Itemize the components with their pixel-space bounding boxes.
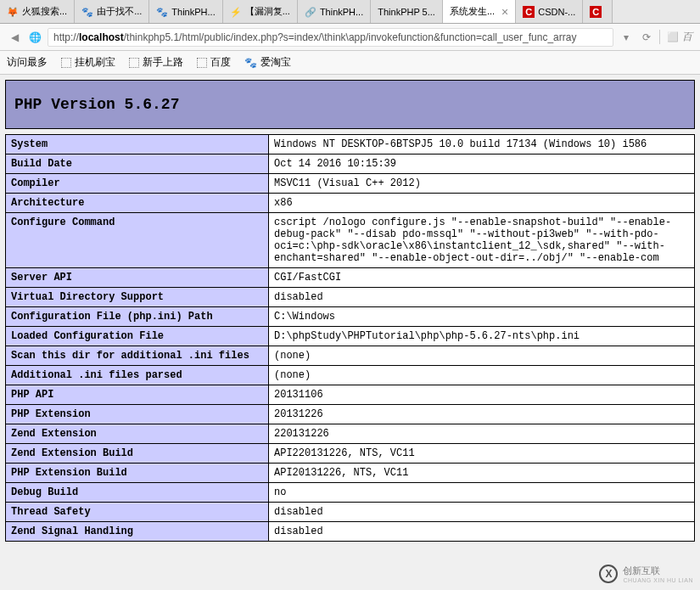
bookmark-icon [197,58,207,68]
table-row: Configuration File (php.ini) PathC:\Wind… [6,307,695,327]
search-engine-icon: ⬜ [667,31,679,42]
browser-tabs: 🦊火狐搜索...🐾由于找不...🐾ThinkPH...⚡【漏洞复...🔗Thin… [0,0,700,24]
info-value: 220131226 [269,424,695,444]
table-row: Loaded Configuration FileD:\phpStudy\PHP… [6,327,695,346]
info-value: 20131226 [269,405,695,424]
address-bar[interactable]: http://localhost/thinkphp5.1/html/public… [48,28,613,47]
info-value: (none) [269,346,695,366]
table-row: Build DateOct 14 2016 10:15:39 [6,155,695,174]
info-value: C:\Windows [269,307,695,327]
bookmark-item-0[interactable]: 访问最多 [7,55,48,70]
tab-favicon: 🐾 [156,6,168,18]
bookmark-label: 挂机刷宝 [75,55,115,70]
table-row: PHP API20131106 [6,385,695,405]
tab-favicon: 🔗 [305,6,316,18]
info-label: Loaded Configuration File [6,327,269,346]
php-version-title: PHP Version 5.6.27 [14,96,686,113]
bookmark-item-2[interactable]: 新手上路 [129,55,183,70]
csdn-icon: C [590,6,602,18]
browser-tab-6[interactable]: 系统发生...× [443,0,516,23]
info-label: PHP Extension [6,405,269,424]
info-value: 20131106 [269,385,695,405]
info-label: System [6,135,269,155]
tab-label: 【漏洞复... [245,5,290,18]
table-row: Virtual Directory Supportdisabled [6,288,695,307]
info-value: disabled [269,522,695,542]
globe-icon: 🌐 [27,30,42,45]
reload-button[interactable]: ⟳ [639,30,654,45]
table-row: Zend Extension BuildAPI220131226, NTS, V… [6,444,695,464]
close-icon[interactable]: × [501,5,508,19]
tab-label: 系统发生... [450,5,495,18]
bookmark-label: 百度 [210,55,231,70]
info-value: MSVC11 (Visual C++ 2012) [269,174,695,194]
dropdown-icon[interactable]: ▾ [619,30,634,45]
table-row: Additional .ini files parsed(none) [6,366,695,385]
info-label: Zend Signal Handling [6,522,269,542]
browser-tab-2[interactable]: 🐾ThinkPH... [149,0,222,23]
table-row: Debug Buildno [6,483,695,503]
search-placeholder: 百 [682,30,692,44]
info-value: cscript /nologo configure.js "--enable-s… [269,213,695,268]
bookmark-bar: 访问最多挂机刷宝新手上路百度🐾爱淘宝 [0,51,700,75]
tab-label: ThinkPH... [320,7,363,17]
table-row: Scan this dir for additional .ini files(… [6,346,695,366]
tab-label: 火狐搜索... [22,5,67,18]
tab-label: CSDN-... [538,7,575,17]
info-label: Architecture [6,194,269,213]
browser-tab-3[interactable]: ⚡【漏洞复... [223,0,298,23]
tab-label: 由于找不... [97,5,142,18]
browser-tab-1[interactable]: 🐾由于找不... [75,0,149,23]
table-row: Configure Commandcscript /nologo configu… [6,213,695,268]
url-path: /thinkphp5.1/html/public/index.php?s=ind… [124,31,577,43]
csdn-icon: C [523,6,535,18]
php-version-header: PHP Version 5.6.27 [5,80,695,129]
info-value: disabled [269,288,695,307]
info-label: Zend Extension [6,424,269,444]
table-row: Zend Extension220131226 [6,424,695,444]
url-bar: ◀ 🌐 http://localhost/thinkphp5.1/html/pu… [0,24,700,51]
tab-favicon: 🐾 [81,6,93,18]
info-label: Configuration File (php.ini) Path [6,307,269,327]
table-row: Architecturex86 [6,194,695,213]
back-button[interactable]: ◀ [7,30,22,45]
info-value: x86 [269,194,695,213]
info-label: Thread Safety [6,503,269,522]
bookmark-label: 新手上路 [143,55,183,70]
info-value: Oct 14 2016 10:15:39 [269,155,695,174]
info-label: PHP Extension Build [6,464,269,483]
browser-tab-8[interactable]: C [583,0,613,23]
url-prefix: http:// [53,31,79,43]
table-row: PHP Extension20131226 [6,405,695,424]
browser-tab-0[interactable]: 🦊火狐搜索... [0,0,75,23]
info-label: Virtual Directory Support [6,288,269,307]
table-row: Zend Signal Handlingdisabled [6,522,695,542]
browser-tab-5[interactable]: ThinkPHP 5... [371,0,443,23]
info-label: PHP API [6,385,269,405]
table-row: Server APICGI/FastCGI [6,268,695,288]
bookmark-label: 爱淘宝 [260,55,291,70]
page-content: PHP Version 5.6.27 SystemWindows NT DESK… [0,80,700,542]
info-value: API220131226, NTS, VC11 [269,444,695,464]
bookmark-icon [61,58,71,68]
info-value: (none) [269,366,695,385]
info-value: D:\phpStudy\PHPTutorial\php\php-5.6.27-n… [269,327,695,346]
url-host: localhost [79,31,124,43]
info-value: disabled [269,503,695,522]
info-value: CGI/FastCGI [269,268,695,288]
bookmark-item-4[interactable]: 🐾爱淘宝 [244,55,291,70]
bookmark-item-3[interactable]: 百度 [197,55,231,70]
info-label: Debug Build [6,483,269,503]
phpinfo-table: SystemWindows NT DESKTOP-6BTSPJ5 10.0 bu… [5,134,695,542]
tab-favicon: 🦊 [7,6,19,18]
browser-tab-7[interactable]: CCSDN-... [516,0,583,23]
info-value: API20131226, NTS, VC11 [269,464,695,483]
table-row: CompilerMSVC11 (Visual C++ 2012) [6,174,695,194]
bookmark-item-1[interactable]: 挂机刷宝 [61,55,115,70]
browser-tab-4[interactable]: 🔗ThinkPH... [298,0,371,23]
bookmark-icon [129,58,139,68]
tab-label: ThinkPHP 5... [378,7,435,17]
search-box[interactable]: ⬜ 百 [659,30,693,44]
info-label: Configure Command [6,213,269,268]
bookmark-label: 访问最多 [7,55,48,70]
